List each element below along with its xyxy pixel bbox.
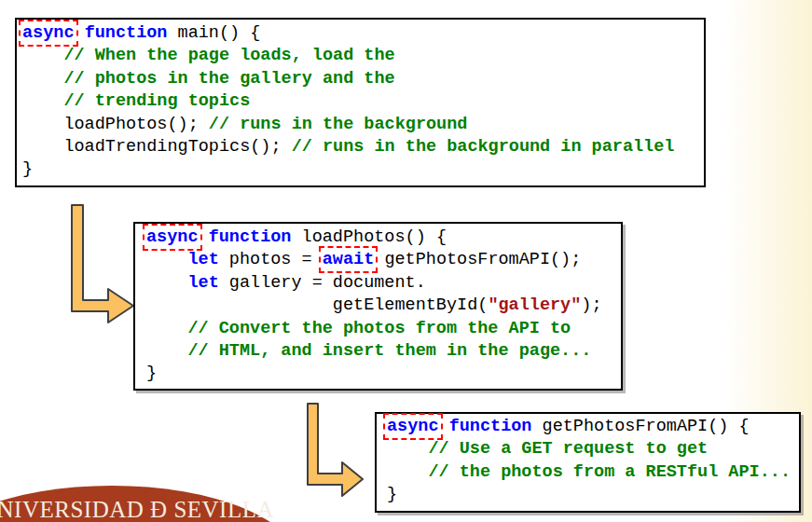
code-token: // Use a GET request to get [428, 439, 708, 459]
code-token: getPhotosFromAPI() { [531, 417, 749, 436]
code-token: } [387, 485, 397, 504]
code-token [22, 46, 63, 65]
code-token [387, 462, 428, 482]
code-line: async function main() { [22, 22, 698, 45]
code-token: function [449, 417, 532, 436]
code-token [146, 250, 187, 269]
code-token [22, 69, 63, 89]
code-token: // When the page loads, load the [63, 46, 394, 65]
code-token: // photos in the gallery and the [63, 69, 394, 89]
code-line: } [22, 158, 698, 181]
code-line: // Convert the photos from the API to [146, 318, 610, 340]
code-line: // HTML, and insert them in the page... [146, 340, 610, 363]
code-box-loadphotos-function: async function loadPhotos() { let photos… [133, 222, 623, 391]
code-token [22, 91, 63, 111]
code-line: getElementById("gallery"); [146, 295, 610, 317]
code-token: // HTML, and insert them in the page... [187, 341, 591, 361]
code-token: getElementById( [146, 295, 488, 315]
flow-arrow-main-to-loadphotos [67, 204, 136, 325]
code-token [199, 227, 209, 247]
code-token: } [146, 364, 157, 383]
code-token [146, 341, 187, 361]
highlighted-keyword: async [146, 227, 199, 247]
code-line: async function getPhotosFromAPI() { [387, 416, 789, 438]
code-token: photos = [219, 250, 323, 269]
code-box-getphotosfromapi-function: async function getPhotosFromAPI() { // U… [375, 412, 801, 513]
code-line: // When the page loads, load the [22, 45, 698, 67]
code-token: loadTrendingTopics(); [22, 137, 292, 157]
slide: async function main() { // When the page… [0, 0, 812, 522]
code-token: loadPhotos() { [291, 227, 447, 247]
code-line: } [387, 484, 789, 506]
code-line: loadTrendingTopics(); // runs in the bac… [22, 136, 698, 158]
universidad-sevilla-logo-text: UNIVERSIDAD Đ SEVILLA [0, 497, 274, 522]
code-line: } [146, 363, 610, 385]
code-line: // trending topics [22, 90, 698, 113]
code-line: loadPhotos(); // runs in the background [22, 114, 698, 136]
code-token: function [209, 227, 292, 247]
code-line: // the photos from a RESTful API... [387, 461, 789, 484]
flow-arrow-loadphotos-to-getphotos [302, 403, 365, 501]
code-box-main-function: async function main() { // When the page… [15, 18, 706, 187]
code-token: loadPhotos(); [22, 115, 209, 134]
code-line: // photos in the gallery and the [22, 68, 698, 90]
code-token: // the photos from a RESTful API... [428, 462, 791, 482]
code-token: let [187, 250, 218, 269]
code-token [387, 439, 428, 459]
code-token [439, 417, 449, 436]
elbow-arrow-icon [308, 404, 363, 496]
code-token: // runs in the background in parallel [292, 137, 675, 157]
code-line: async function loadPhotos() { [146, 227, 610, 249]
code-token: main() { [167, 23, 260, 43]
code-token: ); [581, 295, 601, 315]
highlighted-keyword: await [323, 250, 375, 269]
code-token [146, 319, 187, 338]
code-token: // trending topics [63, 91, 250, 111]
highlighted-keyword: async [22, 23, 75, 43]
code-token: gallery = document. [219, 273, 426, 293]
code-token [75, 23, 85, 43]
code-token: getPhotosFromAPI(); [374, 250, 581, 269]
highlighted-keyword: async [387, 417, 439, 436]
code-line: let gallery = document. [146, 272, 610, 295]
code-token: } [22, 159, 33, 179]
code-line: // Use a GET request to get [387, 438, 789, 460]
code-token: function [85, 23, 168, 43]
code-token: // runs in the background [209, 115, 468, 134]
code-token: "gallery" [488, 295, 581, 315]
code-token: let [187, 273, 218, 293]
elbow-arrow-icon [72, 205, 133, 323]
code-token: // Convert the photos from the API to [187, 319, 571, 338]
code-token [146, 273, 187, 293]
code-line: let photos = await getPhotosFromAPI(); [146, 249, 610, 271]
